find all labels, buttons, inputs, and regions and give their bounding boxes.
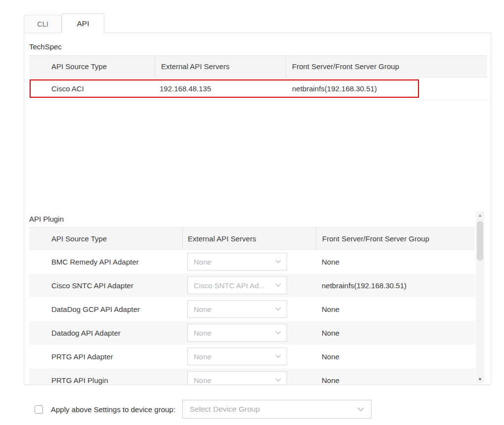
dropdown-selected-value: Cisco SNTC API Ad... (194, 281, 271, 290)
techspec-section-label: TechSpec (29, 42, 62, 51)
row-cell-external-api-servers: None (182, 324, 316, 342)
external-api-server-dropdown[interactable]: None (187, 300, 287, 318)
chevron-down-icon (275, 354, 281, 358)
row-cell-source-type: DataDog GCP API Adapter (47, 305, 182, 313)
device-group-dropdown[interactable]: Select Device Group (182, 400, 372, 419)
apply-settings-row: Apply above Settings to device group: Se… (35, 399, 372, 419)
row-cell-external-api-servers: None (182, 348, 316, 365)
dropdown-selected-value: None (194, 376, 271, 385)
table-row-prtg-api-adapter: PRTG API Adapter None None (29, 345, 475, 368)
table-row-cisco-sntc-api-adapter: Cisco SNTC API Adapter Cisco SNTC API Ad… (29, 273, 475, 297)
chevron-down-icon (357, 407, 364, 412)
tab-api[interactable]: API (62, 13, 104, 33)
device-group-placeholder: Select Device Group (190, 405, 353, 414)
row-cell-source-type: BMC Remedy API Adapter (47, 258, 182, 266)
chevron-down-icon (275, 283, 281, 287)
external-api-server-dropdown[interactable]: None (187, 371, 287, 385)
row-cell-external-api-servers: None (182, 253, 316, 270)
external-api-server-dropdown[interactable]: None (187, 253, 287, 270)
api-plugin-table-header: API Source Type External API Servers Fro… (29, 227, 475, 250)
header-cell-front-server-group: Front Server/Front Server Group (286, 56, 487, 77)
dropdown-selected-value: None (194, 258, 271, 266)
triangle-up-icon: ▲ (478, 214, 482, 218)
row-cell-front-server: None (316, 258, 475, 266)
triangle-down-icon: ▼ (478, 378, 482, 382)
row-cell-external-api-servers: Cisco SNTC API Ad... (182, 276, 316, 294)
external-api-server-dropdown[interactable]: Cisco SNTC API Ad... (187, 276, 287, 294)
api-plugin-section-label: API Plugin (29, 215, 64, 223)
techspec-table-header: API Source Type External API Servers Fro… (29, 55, 487, 77)
api-plugin-table: API Source Type External API Servers Fro… (29, 227, 475, 385)
row-cell-source-type: PRTG API Adapter (47, 352, 182, 361)
dropdown-selected-value: None (194, 329, 271, 337)
row-cell-external-api-servers: None (182, 300, 316, 318)
table-row-datadog-gcp-api-adapter: DataDog GCP API Adapter None None (29, 297, 475, 321)
header-cell-api-source-type: API Source Type (47, 228, 182, 249)
header-cell-api-source-type: API Source Type (47, 56, 155, 77)
table-row-datadog-api-adapter: Datadog API Adapter None None (29, 321, 475, 345)
header-cell-blank (29, 228, 47, 249)
row-cell-source-type: Datadog API Adapter (47, 329, 182, 337)
row-cell-front-server: None (316, 376, 475, 385)
table-row-bmc-remedy-api-adapter: BMC Remedy API Adapter None None (29, 250, 475, 273)
chevron-down-icon (275, 331, 281, 335)
scrollbar-up-button[interactable]: ▲ (476, 211, 484, 220)
row-cell-source-type: PRTG API Plugin (47, 376, 182, 385)
apply-settings-label: Apply above Settings to device group: (51, 405, 175, 414)
dropdown-selected-value: None (194, 305, 271, 313)
chevron-down-icon (275, 378, 281, 382)
header-cell-blank (29, 56, 47, 77)
scrollbar-thumb[interactable] (477, 221, 483, 261)
vertical-scrollbar[interactable]: ▲ ▼ (476, 211, 484, 384)
dropdown-selected-value: None (194, 352, 271, 361)
chevron-down-icon (275, 307, 281, 311)
row-cell-external-api-servers: 192.168.48.135 (155, 84, 286, 93)
row-cell-front-server: netbrainfs(192.168.30.51) (316, 281, 475, 290)
header-cell-external-api-servers: External API Servers (155, 56, 286, 77)
scrollbar-down-button[interactable]: ▼ (476, 375, 484, 384)
header-cell-front-server-group: Front Server/Front Server Group (316, 228, 475, 249)
row-cell-external-api-servers: None (182, 371, 316, 385)
tab-cli[interactable]: CLI (24, 15, 62, 33)
techspec-table: API Source Type External API Servers Fro… (29, 55, 487, 100)
row-cell-front-server: None (316, 329, 475, 337)
row-cell-front-server: None (316, 352, 475, 361)
chevron-down-icon (275, 260, 281, 264)
header-cell-external-api-servers: External API Servers (182, 228, 316, 249)
api-settings-panel: TechSpec API Source Type External API Se… (24, 33, 491, 385)
row-cell-source-type: Cisco ACI (47, 84, 155, 93)
table-row-prtg-api-plugin: PRTG API Plugin None None (29, 368, 475, 385)
apply-settings-checkbox[interactable] (35, 405, 43, 414)
row-cell-front-server: netbrainfs(192.168.30.51) (286, 84, 487, 93)
api-settings-screen: CLI API TechSpec API Source Type Externa… (0, 0, 504, 425)
row-cell-front-server: None (316, 305, 475, 313)
external-api-server-dropdown[interactable]: None (187, 348, 287, 365)
external-api-server-dropdown[interactable]: None (187, 324, 287, 342)
row-cell-source-type: Cisco SNTC API Adapter (47, 281, 182, 290)
table-row-cisco-aci[interactable]: Cisco ACI 192.168.48.135 netbrainfs(192.… (29, 77, 487, 100)
